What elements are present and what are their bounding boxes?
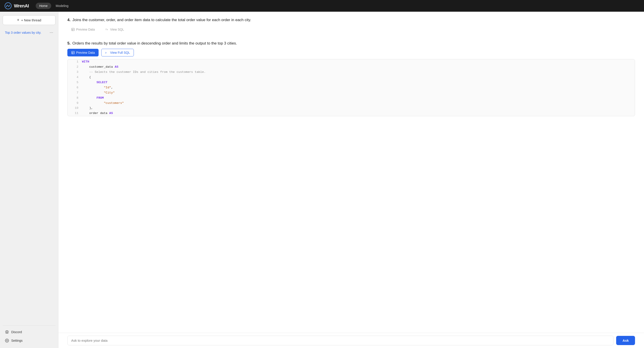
code-line-8: 8 FROM xyxy=(68,96,635,101)
step-5-description: Orders the results by total order value … xyxy=(72,41,237,46)
code-line-3: 3 -- Selects the customer IDs and cities… xyxy=(68,70,635,75)
step-5-number: 5. xyxy=(67,41,70,46)
wren-logo-icon xyxy=(4,2,12,10)
code-line-10: 10 ), xyxy=(68,106,635,111)
ask-button[interactable]: Ask xyxy=(616,336,635,345)
logo-area: WrenAI xyxy=(4,2,29,10)
step-4-header: 4. Joins the customer, order, and order … xyxy=(67,17,635,23)
fx-icon: fx xyxy=(105,28,109,31)
svg-point-4 xyxy=(6,340,8,341)
thread-menu-dots[interactable]: ⋯ xyxy=(50,30,53,35)
step-4-description: Joins the customer, order, and order ite… xyxy=(72,17,251,23)
discord-label: Discord xyxy=(11,330,22,334)
main-nav: Home Modeling xyxy=(36,3,72,9)
thread-item[interactable]: Top 3 order values by city. ⋯ xyxy=(3,29,56,36)
step-5-actions: Preview Data fx View Full SQL xyxy=(67,49,635,56)
preview-icon xyxy=(71,28,75,31)
app-header: WrenAI Home Modeling xyxy=(0,0,644,12)
nav-tab-modeling[interactable]: Modeling xyxy=(52,3,72,9)
code-line-4: 4 ( xyxy=(68,75,635,80)
nav-tab-home[interactable]: Home xyxy=(36,3,51,9)
code-line-1: 1 WITH xyxy=(68,59,635,65)
code-line-6: 6 "Id", xyxy=(68,85,635,90)
chat-input[interactable] xyxy=(67,336,614,345)
settings-label: Settings xyxy=(11,339,23,342)
content-area: 4. Joins the customer, order, and order … xyxy=(58,12,644,348)
step-4-sql-btn[interactable]: fx View SQL xyxy=(101,26,128,33)
discord-icon xyxy=(5,330,9,334)
code-line-9: 9 "customers" xyxy=(68,101,635,106)
step-4-block: 4. Joins the customer, order, and order … xyxy=(67,17,635,33)
svg-rect-5 xyxy=(72,28,74,31)
sidebar-bottom: Discord Settings xyxy=(3,325,56,344)
bottom-input-bar: Ask xyxy=(58,333,644,348)
step-4-actions: Preview Data fx View SQL xyxy=(67,26,635,33)
sidebar: + + New thread Top 3 order values by cit… xyxy=(0,12,58,348)
svg-text:fx: fx xyxy=(106,28,108,31)
new-thread-label: + New thread xyxy=(21,18,41,22)
step-5-sql-label: View Full SQL xyxy=(110,51,130,54)
step-4-preview-label: Preview Data xyxy=(76,28,95,31)
main-layout: + + New thread Top 3 order values by cit… xyxy=(0,12,644,348)
sql-code-block[interactable]: 1 WITH 2 customer_data AS 3 -- Selects t… xyxy=(67,59,635,116)
sidebar-discord[interactable]: Discord xyxy=(3,328,56,336)
code-line-7: 7 "City" xyxy=(68,90,635,96)
preview-data-icon xyxy=(71,51,75,54)
svg-rect-10 xyxy=(72,51,74,54)
code-line-11: 11 order data AS xyxy=(68,111,635,116)
logo-text: WrenAI xyxy=(14,3,29,9)
code-line-5: 5 SELECT xyxy=(68,80,635,85)
svg-text:fx: fx xyxy=(105,52,107,54)
thread-item-label: Top 3 order values by city. xyxy=(5,31,41,34)
step-5-preview-btn[interactable]: Preview Data xyxy=(67,49,98,56)
step-4-sql-label: View SQL xyxy=(110,28,124,31)
svg-point-3 xyxy=(8,332,8,332)
plus-icon: + xyxy=(17,18,19,23)
step-5-preview-label: Preview Data xyxy=(76,51,95,54)
step-4-preview-btn[interactable]: Preview Data xyxy=(67,26,98,33)
thread-list: Top 3 order values by city. ⋯ xyxy=(3,29,56,325)
new-thread-button[interactable]: + + New thread xyxy=(3,15,56,25)
view-sql-icon: fx xyxy=(105,51,109,54)
step-5-header: 5. Orders the results by total order val… xyxy=(67,41,635,46)
settings-icon xyxy=(5,338,9,342)
code-line-2: 2 customer_data AS xyxy=(68,65,635,70)
sidebar-settings[interactable]: Settings xyxy=(3,337,56,344)
svg-point-2 xyxy=(6,332,7,332)
step-4-number: 4. xyxy=(67,17,70,23)
svg-point-1 xyxy=(6,6,7,7)
step-5-sql-btn[interactable]: fx View Full SQL xyxy=(101,49,134,56)
step-5-block: 5. Orders the results by total order val… xyxy=(67,41,635,116)
